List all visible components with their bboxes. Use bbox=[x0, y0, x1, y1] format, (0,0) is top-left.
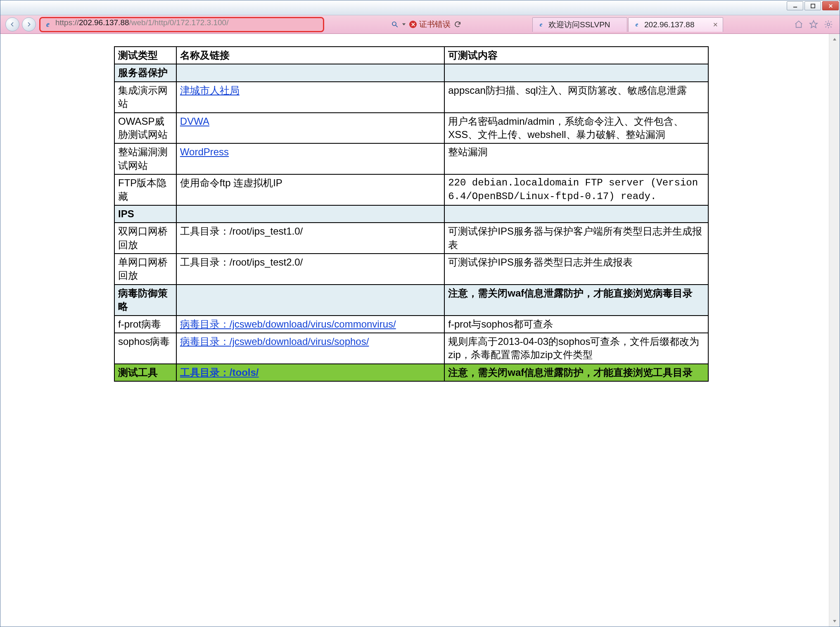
url-host: 202.96.137.88 bbox=[79, 18, 129, 27]
table-link[interactable]: DVWA bbox=[180, 116, 209, 127]
svg-rect-1 bbox=[811, 4, 814, 7]
address-bar-highlighted[interactable]: e https://202.96.137.88/web/1/http/0/172… bbox=[39, 17, 324, 32]
url-display[interactable]: https://202.96.137.88/web/1/http/0/172.1… bbox=[55, 18, 319, 31]
nav-back-button[interactable] bbox=[5, 17, 19, 31]
cell-name: 病毒目录：/jcsweb/download/virus/commonvirus/ bbox=[176, 316, 444, 333]
cell-type: OWASP威胁测试网站 bbox=[114, 113, 176, 144]
tab-current[interactable]: e 202.96.137.88 ✕ bbox=[628, 17, 723, 32]
cell-type: sophos病毒 bbox=[114, 333, 176, 364]
cell-name: 津城市人社局 bbox=[176, 82, 444, 113]
table-link[interactable]: 病毒目录：/jcsweb/download/virus/commonvirus/ bbox=[180, 318, 396, 330]
cell-content: 注意，需关闭waf信息泄露防护，才能直接浏览病毒目录 bbox=[444, 285, 708, 316]
cell-name bbox=[176, 285, 444, 316]
cell-name: 病毒目录：/jcsweb/download/virus/sophos/ bbox=[176, 333, 444, 364]
nav-bar: e https://202.96.137.88/web/1/http/0/172… bbox=[0, 15, 840, 34]
tab-label: 202.96.137.88 bbox=[644, 20, 709, 29]
window-titlebar bbox=[0, 0, 840, 15]
svg-point-8 bbox=[827, 23, 830, 26]
table-header-row: 测试类型 名称及链接 可测试内容 bbox=[114, 47, 708, 64]
cell-type: 病毒防御策略 bbox=[114, 285, 176, 316]
cert-error-label: 证书错误 bbox=[419, 19, 451, 30]
cell-content bbox=[444, 64, 708, 81]
table-row: FTP版本隐藏使用命令ftp 连虚拟机IP220 debian.localdom… bbox=[114, 174, 708, 205]
cell-type: FTP版本隐藏 bbox=[114, 174, 176, 205]
cell-type: 集成演示网站 bbox=[114, 82, 176, 113]
table-row: 测试工具工具目录：/tools/注意，需关闭waf信息泄露防护，才能直接浏览工具… bbox=[114, 364, 708, 381]
svg-marker-10 bbox=[833, 620, 836, 622]
table-row: 整站漏洞测试网站WordPress整站漏洞 bbox=[114, 143, 708, 174]
table-header-content: 可测试内容 bbox=[444, 47, 708, 64]
cell-type: 服务器保护 bbox=[114, 64, 176, 81]
window-minimize-button[interactable] bbox=[787, 1, 803, 10]
svg-marker-9 bbox=[833, 38, 836, 40]
table-row: sophos病毒病毒目录：/jcsweb/download/virus/soph… bbox=[114, 333, 708, 364]
home-icon[interactable] bbox=[794, 20, 803, 29]
tab-sslvpn[interactable]: e 欢迎访问SSLVPN bbox=[532, 17, 627, 32]
refresh-icon[interactable] bbox=[454, 21, 461, 28]
search-dropdown-icon[interactable] bbox=[402, 22, 406, 26]
cell-type: f-prot病毒 bbox=[114, 316, 176, 333]
table-row: f-prot病毒病毒目录：/jcsweb/download/virus/comm… bbox=[114, 316, 708, 333]
window-maximize-button[interactable] bbox=[804, 1, 821, 10]
cell-name: 工具目录：/root/ips_test2.0/ bbox=[176, 254, 444, 285]
tab-strip: e 欢迎访问SSLVPN e 202.96.137.88 ✕ bbox=[532, 15, 723, 33]
page-content: 测试类型 名称及链接 可测试内容 服务器保护集成演示网站津城市人社局appsca… bbox=[0, 34, 829, 627]
cell-name bbox=[176, 205, 444, 223]
svg-line-5 bbox=[396, 25, 398, 27]
cell-name: 工具目录：/tools/ bbox=[176, 364, 444, 381]
cell-type: 单网口网桥回放 bbox=[114, 254, 176, 285]
cell-type: 双网口网桥回放 bbox=[114, 223, 176, 254]
svg-marker-6 bbox=[402, 24, 406, 26]
scroll-up-icon[interactable] bbox=[829, 34, 840, 45]
table-row: OWASP威胁测试网站DVWA用户名密码admin/admin，系统命令注入、文… bbox=[114, 113, 708, 144]
cell-content: 220 debian.localdomain FTP server (Versi… bbox=[444, 174, 708, 205]
scroll-down-icon[interactable] bbox=[829, 616, 840, 627]
table-header-name: 名称及链接 bbox=[176, 47, 444, 64]
table-row: 单网口网桥回放工具目录：/root/ips_test2.0/可测试保护IPS服务… bbox=[114, 254, 708, 285]
cell-content bbox=[444, 205, 708, 223]
table-row: 服务器保护 bbox=[114, 64, 708, 81]
test-table: 测试类型 名称及链接 可测试内容 服务器保护集成演示网站津城市人社局appsca… bbox=[114, 46, 709, 382]
cell-type: 整站漏洞测试网站 bbox=[114, 143, 176, 174]
ie-favicon-icon: e bbox=[537, 21, 545, 29]
ie-favicon-icon: e bbox=[633, 21, 641, 29]
tab-close-icon[interactable]: ✕ bbox=[712, 21, 719, 28]
search-icon[interactable] bbox=[391, 21, 399, 28]
settings-icon[interactable] bbox=[824, 20, 833, 29]
cell-content: 可测试保护IPS服务器与保护客户端所有类型日志并生成报表 bbox=[444, 223, 708, 254]
cell-name: 工具目录：/root/ips_test1.0/ bbox=[176, 223, 444, 254]
cell-name bbox=[176, 64, 444, 81]
vertical-scrollbar[interactable] bbox=[829, 34, 840, 627]
cell-name: WordPress bbox=[176, 143, 444, 174]
cell-content: f-prot与sophos都可查杀 bbox=[444, 316, 708, 333]
cell-type: IPS bbox=[114, 205, 176, 223]
favorites-icon[interactable] bbox=[809, 20, 818, 29]
table-link[interactable]: 津城市人社局 bbox=[180, 85, 240, 96]
table-row: 双网口网桥回放工具目录：/root/ips_test1.0/可测试保护IPS服务… bbox=[114, 223, 708, 254]
cell-content: 可测试保护IPS服务器类型日志并生成报表 bbox=[444, 254, 708, 285]
cell-content: 用户名密码admin/admin，系统命令注入、文件包含、XSS、文件上传、we… bbox=[444, 113, 708, 144]
cell-content: 注意，需关闭waf信息泄露防护，才能直接浏览工具目录 bbox=[444, 364, 708, 381]
table-link[interactable]: 病毒目录：/jcsweb/download/virus/sophos/ bbox=[180, 336, 369, 347]
cell-content: 整站漏洞 bbox=[444, 143, 708, 174]
nav-forward-button[interactable] bbox=[22, 17, 36, 31]
table-row: IPS bbox=[114, 205, 708, 223]
table-header-type: 测试类型 bbox=[114, 47, 176, 64]
window-close-button[interactable] bbox=[822, 1, 839, 10]
url-path: /web/1/http/0/172.172.3.100/ bbox=[129, 18, 229, 27]
cell-name: 使用命令ftp 连虚拟机IP bbox=[176, 174, 444, 205]
cell-content: appscan防扫描、sql注入、网页防篡改、敏感信息泄露 bbox=[444, 82, 708, 113]
ie-favicon-icon: e bbox=[44, 20, 52, 28]
table-link[interactable]: WordPress bbox=[180, 146, 229, 157]
svg-point-4 bbox=[392, 22, 396, 26]
cell-type: 测试工具 bbox=[114, 364, 176, 381]
table-row: 病毒防御策略注意，需关闭waf信息泄露防护，才能直接浏览病毒目录 bbox=[114, 285, 708, 316]
tab-label: 欢迎访问SSLVPN bbox=[548, 19, 623, 30]
table-link[interactable]: 工具目录：/tools/ bbox=[180, 367, 259, 378]
url-protocol: https:// bbox=[55, 18, 79, 27]
cell-content: 规则库高于2013-04-03的sophos可查杀，文件后缀都改为zip，杀毒配… bbox=[444, 333, 708, 364]
cell-name: DVWA bbox=[176, 113, 444, 144]
svg-marker-7 bbox=[810, 21, 817, 28]
cert-error-badge-icon: ✕ bbox=[409, 21, 417, 28]
certificate-error-indicator[interactable]: ✕ 证书错误 bbox=[409, 19, 451, 30]
